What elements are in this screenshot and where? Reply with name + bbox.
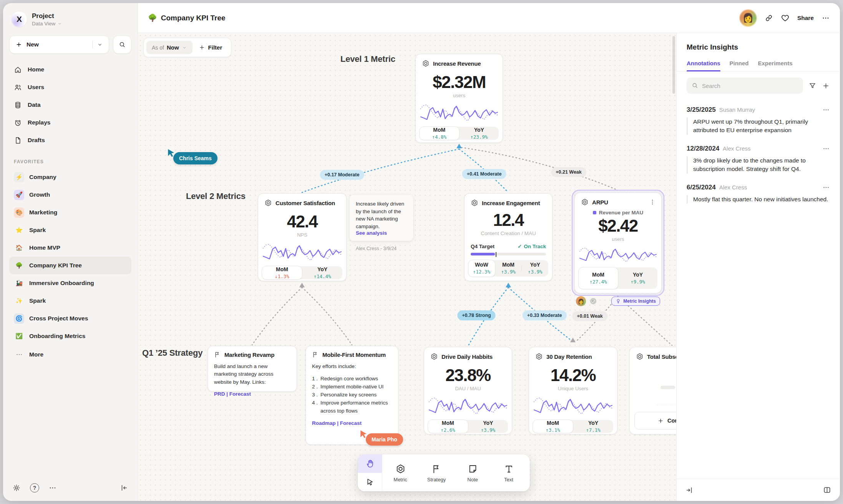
sidebar-item-drafts[interactable]: Drafts [9, 131, 131, 149]
list-item: Redesign core workflows [312, 375, 392, 383]
annotation-item[interactable]: 3/25/2025 Susan Murray ARPU went up 7% t… [677, 101, 840, 139]
annotation-menu-icon[interactable] [822, 184, 830, 191]
home-icon [14, 66, 22, 74]
select-tool-button[interactable] [358, 473, 382, 491]
metric-card-increase-engagement[interactable]: Increase Engagement 12.4 Content Creatio… [464, 193, 553, 281]
search-button[interactable] [113, 35, 131, 54]
stat-yoy[interactable]: YoY ↑9.9% [618, 267, 657, 289]
tool-label: Text [504, 477, 513, 482]
stat-mom[interactable]: MoM ↓1.3% [262, 266, 302, 280]
favorite-label: Immersive Onboarding [29, 280, 94, 287]
sidebar-item-cross-project-moves[interactable]: 🌀Cross Project Moves [9, 310, 131, 327]
sidebar-item-marketing[interactable]: 🎨Marketing [9, 204, 131, 221]
sidebar-item-users[interactable]: Users [9, 78, 131, 96]
annotation-menu-icon[interactable] [822, 145, 830, 153]
new-button-label: New [27, 41, 88, 48]
sidebar-item-growth[interactable]: 🚀Growth [9, 186, 131, 204]
sidebar-item-onboarding-metrics[interactable]: ✅Onboarding Metrics [9, 327, 131, 345]
divider [92, 41, 93, 48]
help-icon[interactable]: ? [30, 483, 39, 492]
kpi-canvas[interactable]: As of Now Filter Level 1 Metric Level 2 … [138, 33, 676, 501]
search-input[interactable] [687, 78, 803, 94]
stat-yoy[interactable]: YoY ↑3.9% [468, 420, 508, 433]
copy-link-icon[interactable] [765, 14, 773, 22]
metric-card-30-day-retention[interactable]: 30 Day Retention 14.2% Unique Users MoM … [529, 347, 617, 434]
gear-icon[interactable] [12, 484, 21, 492]
heart-icon[interactable] [781, 13, 790, 22]
stat-yoy[interactable]: YoY ↑14.4% [302, 266, 342, 279]
sidebar-item-home-mvp[interactable]: 🏠Home MVP [9, 239, 131, 257]
text-icon [504, 464, 514, 474]
sidebar-item-more[interactable]: More [9, 346, 131, 363]
kebab-menu-icon[interactable] [649, 199, 656, 206]
sidebar-item-spark[interactable]: ✨Spark [9, 292, 131, 310]
hand-tool-button[interactable] [358, 454, 382, 473]
stat-wow[interactable]: WoW ↑12.3% [468, 260, 495, 277]
filter-button[interactable]: Filter [192, 44, 229, 51]
new-button[interactable]: New [9, 35, 109, 54]
strategy-links[interactable]: Roadmap | Forecast [312, 420, 392, 426]
sidebar-nav: Home Users Data Replays Drafts [3, 56, 138, 149]
stat-mom[interactable]: MoM ↑4.8% [419, 126, 460, 140]
note-author: Alex Cress - 3/9/24 [356, 246, 407, 251]
metric-unit: NPS [258, 232, 346, 238]
connect-data-button[interactable]: Connect [634, 412, 676, 429]
more-dots-icon[interactable] [48, 484, 57, 492]
strategy-tool-button[interactable]: Strategy [418, 454, 455, 491]
tab-pinned[interactable]: Pinned [730, 57, 749, 71]
see-analysis-link[interactable]: See analysis [356, 230, 407, 236]
split-panel-icon[interactable] [823, 486, 831, 494]
sidebar-item-spark[interactable]: ⭐Spark [9, 221, 131, 239]
sidebar-item-replays[interactable]: Replays [9, 114, 131, 131]
chevron-down-icon[interactable] [97, 41, 103, 48]
more-menu-icon[interactable] [821, 14, 830, 22]
metric-card-increase-revenue[interactable]: Increase Revenue $2.32M users MoM ↑4.8% … [415, 54, 503, 143]
favorite-emoji-icon: ✨ [14, 296, 24, 306]
metric-tool-button[interactable]: Metric [382, 454, 418, 491]
stat-mom[interactable]: MoM ↑2.6% [428, 419, 468, 433]
stat-mom[interactable]: MoM ↑3.9% [495, 260, 522, 277]
strategy-card-mobile-first[interactable]: Mobile-First Momentum Key efforts includ… [305, 346, 398, 445]
stat-yoy[interactable]: YoY ↑3.9% [522, 260, 548, 277]
note-tool-button[interactable]: Note [455, 454, 491, 491]
annotation-menu-icon[interactable] [822, 106, 830, 114]
collaborator-cursor-chris: Chris Seams [167, 148, 217, 164]
as-of-selector[interactable]: As of Now [146, 41, 192, 54]
strategy-links[interactable]: PRD | Forecast [214, 391, 290, 397]
strategy-card-marketing-revamp[interactable]: Marketing Revamp Build and launch a new … [207, 346, 297, 392]
metric-card-customer-satisfaction[interactable]: Customer Satisfaction 42.4 NPS MoM ↓1.3%… [258, 193, 347, 281]
filter-funnel-icon[interactable] [808, 82, 816, 90]
sidebar-item-data[interactable]: Data [9, 96, 131, 114]
sidebar-item-company[interactable]: ⚡Company [9, 168, 131, 186]
share-button[interactable]: Share [797, 15, 814, 22]
sidebar-footer: ? [3, 476, 138, 501]
sidebar-item-company-kpi-tree[interactable]: 🌳Company KPI Tree [9, 257, 131, 274]
sidebar-item-home[interactable]: Home [9, 61, 131, 78]
edge-label: +0.01 Weak [572, 311, 607, 321]
collapse-sidebar-icon[interactable] [120, 484, 128, 492]
avatar[interactable]: 👩 [739, 9, 757, 27]
stat-yoy[interactable]: YoY ↑23.9% [460, 127, 499, 140]
strategy-items: Redesign core workflows Implement mobile… [306, 375, 398, 415]
favorite-emoji-icon: 🎨 [14, 207, 24, 218]
tab-experiments[interactable]: Experiments [758, 57, 793, 71]
collapse-panel-icon[interactable] [685, 486, 694, 494]
project-view-switcher[interactable]: Data View [32, 21, 62, 27]
tab-annotations[interactable]: Annotations [687, 57, 720, 71]
annotation-item[interactable]: 12/28/2024 Alex Cress 3% drop likely due… [677, 139, 840, 178]
add-annotation-icon[interactable] [822, 82, 830, 90]
metric-card-arpu-selected[interactable]: ARPU Revenue per MAU $2.42 users MoM [572, 190, 664, 296]
annotation-item[interactable]: 6/25/2024 Alex Cress Mostly flat this qu… [677, 178, 840, 208]
text-tool-button[interactable]: Text [491, 454, 527, 491]
as-of-prefix: As of [152, 45, 164, 51]
canvas-scrollbar[interactable] [672, 36, 675, 94]
metric-card-total-subscriptions[interactable]: Total Subscript Connect [629, 347, 676, 434]
metric-card-drive-daily-habbits[interactable]: Drive Daily Habbits 23.8% DAU / MAU MoM … [424, 347, 512, 434]
annotation-note[interactable]: Increase likely driven by the launch of … [350, 195, 413, 241]
stat-yoy[interactable]: YoY ↑7.1% [573, 420, 613, 433]
sidebar-item-immersive-onboarding[interactable]: 🚂Immersive Onboarding [9, 274, 131, 292]
metric-insights-badge[interactable]: Metric Insights [611, 297, 660, 306]
stat-mom[interactable]: MoM ↑27.4% [578, 267, 618, 289]
stat-mom[interactable]: MoM ↑3.1% [533, 419, 573, 433]
project-header: X Project Data View [3, 3, 138, 31]
